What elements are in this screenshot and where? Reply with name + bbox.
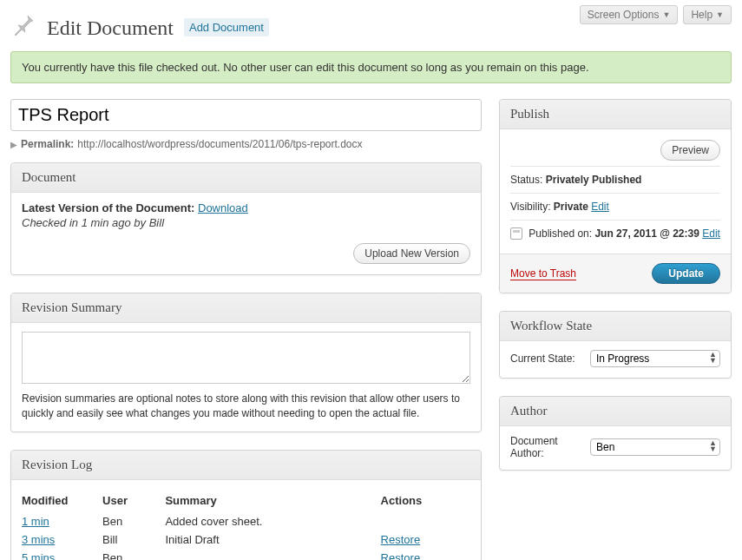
screen-options-label: Screen Options xyxy=(588,9,660,21)
screen-options-tab[interactable]: Screen Options ▼ xyxy=(580,5,679,24)
published-label: Published on: xyxy=(529,227,592,240)
revision-summary xyxy=(165,549,380,560)
visibility-label: Visibility: xyxy=(510,201,550,213)
revision-summary-metabox: Revision Summary Revision summaries are … xyxy=(10,293,482,432)
author-heading: Author xyxy=(500,397,731,426)
chevron-down-icon: ▼ xyxy=(662,10,670,19)
checked-in-meta: Checked in 1 min ago by Bill xyxy=(22,216,248,229)
document-metabox: Document Latest Version of the Document:… xyxy=(10,162,482,275)
revision-time-link[interactable]: 5 mins xyxy=(22,551,55,560)
col-modified: Modified xyxy=(22,491,102,512)
upload-new-version-button[interactable]: Upload New Version xyxy=(353,243,470,264)
revision-action xyxy=(381,512,470,530)
restore-link[interactable]: Restore xyxy=(381,533,421,546)
col-actions: Actions xyxy=(381,491,470,512)
col-user: User xyxy=(102,491,165,512)
latest-version-label: Latest Version of the Document: xyxy=(22,201,194,214)
author-label: Document Author: xyxy=(510,435,583,459)
chevron-down-icon: ▼ xyxy=(716,10,724,19)
add-document-link[interactable]: Add Document xyxy=(184,18,269,36)
pushpin-icon xyxy=(10,12,38,43)
revision-user: Ben xyxy=(102,549,165,560)
table-row: 5 mins Ben Restore xyxy=(22,549,470,560)
move-to-trash-link[interactable]: Move to Trash xyxy=(510,267,576,280)
permalink-label: Permalink: xyxy=(21,138,74,150)
publish-metabox: Publish Preview Status: Privately Publis… xyxy=(499,99,732,293)
table-row: 1 min Ben Added cover sheet. xyxy=(22,512,470,530)
visibility-value: Private xyxy=(554,201,588,213)
revision-summary: Added cover sheet. xyxy=(165,512,380,530)
workflow-state-metabox: Workflow State Current State: In Progres… xyxy=(499,311,732,379)
publish-heading: Publish xyxy=(500,100,731,129)
revision-user: Ben xyxy=(102,512,165,530)
workflow-heading: Workflow State xyxy=(500,312,731,341)
revision-log-heading: Revision Log xyxy=(11,451,481,480)
calendar-icon xyxy=(510,227,522,240)
edit-visibility-link[interactable]: Edit xyxy=(591,201,609,213)
revision-time-link[interactable]: 3 mins xyxy=(22,533,55,546)
help-tab[interactable]: Help ▼ xyxy=(683,5,732,24)
revision-summary: Initial Draft xyxy=(165,530,380,549)
col-summary: Summary xyxy=(165,491,380,512)
document-title-input[interactable] xyxy=(10,99,482,131)
download-link[interactable]: Download xyxy=(198,201,248,214)
edit-date-link[interactable]: Edit xyxy=(702,227,720,240)
update-button[interactable]: Update xyxy=(652,263,720,284)
checkout-notice: You currently have this file checked out… xyxy=(10,51,732,83)
revision-summary-textarea[interactable] xyxy=(22,332,470,384)
restore-link[interactable]: Restore xyxy=(381,551,421,560)
document-heading: Document xyxy=(11,163,481,193)
revision-user: Bill xyxy=(102,530,165,549)
page-title: Edit Document xyxy=(47,15,174,40)
preview-button[interactable]: Preview xyxy=(660,140,720,161)
document-author-select[interactable]: Ben xyxy=(590,438,720,456)
status-label: Status: xyxy=(510,174,542,186)
help-label: Help xyxy=(691,9,712,21)
table-row: 3 mins Bill Initial Draft Restore xyxy=(22,530,470,549)
permalink-value: http://localhost/wordpress/documents/201… xyxy=(77,138,362,150)
author-metabox: Author Document Author: Ben ▲▼ xyxy=(499,396,732,471)
revision-summary-heading: Revision Summary xyxy=(11,293,481,323)
workflow-state-select[interactable]: In Progress xyxy=(590,350,720,367)
revision-summary-help: Revision summaries are optional notes to… xyxy=(22,392,470,421)
revision-log-metabox: Revision Log Modified User Summary Actio… xyxy=(10,450,482,560)
status-value: Privately Published xyxy=(546,174,642,186)
workflow-label: Current State: xyxy=(510,352,575,365)
revision-time-link[interactable]: 1 min xyxy=(22,515,49,528)
permalink-toggle-icon[interactable]: ▶ xyxy=(10,140,17,149)
published-value: Jun 27, 2011 @ 22:39 xyxy=(594,227,699,240)
